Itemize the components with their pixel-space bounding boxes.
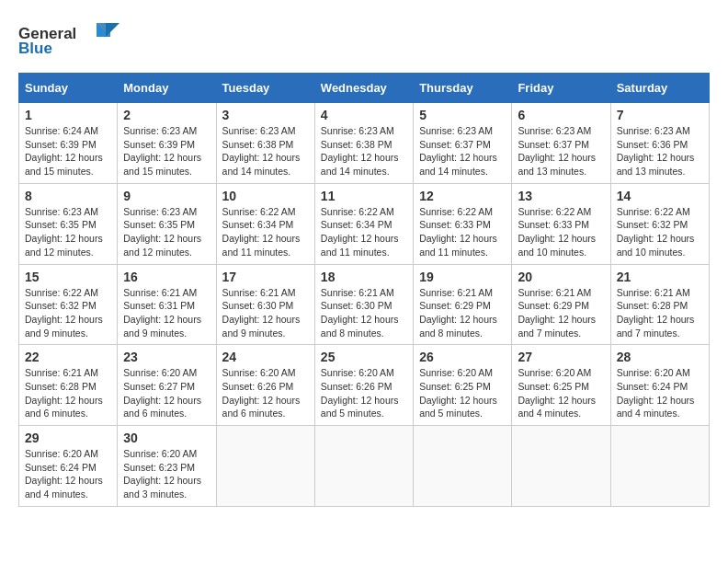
- calendar-day-cell: 11 Sunrise: 6:22 AM Sunset: 6:34 PM Dayl…: [314, 183, 413, 264]
- day-number: 22: [25, 350, 111, 364]
- day-number: 28: [617, 350, 703, 364]
- weekday-thursday: Thursday: [414, 74, 512, 103]
- calendar-day-cell: 25 Sunrise: 6:20 AM Sunset: 6:26 PM Dayl…: [314, 345, 413, 426]
- calendar-day-cell: [610, 426, 709, 507]
- day-number: 5: [419, 108, 506, 122]
- calendar-day-cell: 8 Sunrise: 6:23 AM Sunset: 6:35 PM Dayli…: [19, 183, 118, 264]
- weekday-wednesday: Wednesday: [314, 74, 413, 103]
- calendar-week-row: 15 Sunrise: 6:22 AM Sunset: 6:32 PM Dayl…: [19, 264, 710, 345]
- calendar-week-row: 8 Sunrise: 6:23 AM Sunset: 6:35 PM Dayli…: [19, 183, 710, 264]
- day-info: Sunrise: 6:23 AM Sunset: 6:35 PM Dayligh…: [25, 206, 103, 258]
- day-number: 3: [222, 108, 309, 122]
- calendar-day-cell: 7 Sunrise: 6:23 AM Sunset: 6:36 PM Dayli…: [610, 103, 709, 184]
- day-info: Sunrise: 6:22 AM Sunset: 6:33 PM Dayligh…: [518, 206, 596, 258]
- day-info: Sunrise: 6:22 AM Sunset: 6:34 PM Dayligh…: [222, 206, 301, 258]
- calendar-day-cell: 20 Sunrise: 6:21 AM Sunset: 6:29 PM Dayl…: [512, 264, 610, 345]
- day-info: Sunrise: 6:20 AM Sunset: 6:24 PM Dayligh…: [25, 448, 103, 500]
- calendar-day-cell: 1 Sunrise: 6:24 AM Sunset: 6:39 PM Dayli…: [19, 103, 118, 184]
- svg-text:Blue: Blue: [18, 40, 52, 57]
- weekday-header-row: SundayMondayTuesdayWednesdayThursdayFrid…: [19, 74, 710, 103]
- day-info: Sunrise: 6:22 AM Sunset: 6:33 PM Dayligh…: [419, 206, 497, 258]
- calendar-day-cell: 18 Sunrise: 6:21 AM Sunset: 6:30 PM Dayl…: [314, 264, 413, 345]
- weekday-friday: Friday: [512, 74, 610, 103]
- day-number: 1: [25, 108, 111, 122]
- day-info: Sunrise: 6:21 AM Sunset: 6:30 PM Dayligh…: [222, 287, 301, 339]
- day-number: 16: [123, 270, 210, 284]
- calendar-day-cell: [512, 426, 610, 507]
- day-info: Sunrise: 6:22 AM Sunset: 6:32 PM Dayligh…: [25, 287, 103, 339]
- calendar-day-cell: 6 Sunrise: 6:23 AM Sunset: 6:37 PM Dayli…: [512, 103, 610, 184]
- day-number: 12: [419, 189, 506, 203]
- day-info: Sunrise: 6:20 AM Sunset: 6:23 PM Dayligh…: [123, 448, 201, 500]
- calendar-day-cell: 3 Sunrise: 6:23 AM Sunset: 6:38 PM Dayli…: [216, 103, 314, 184]
- day-info: Sunrise: 6:23 AM Sunset: 6:36 PM Dayligh…: [617, 125, 695, 177]
- calendar-day-cell: 15 Sunrise: 6:22 AM Sunset: 6:32 PM Dayl…: [19, 264, 118, 345]
- day-number: 15: [25, 270, 111, 284]
- day-info: Sunrise: 6:23 AM Sunset: 6:35 PM Dayligh…: [123, 206, 201, 258]
- calendar-day-cell: 5 Sunrise: 6:23 AM Sunset: 6:37 PM Dayli…: [414, 103, 512, 184]
- calendar-day-cell: [216, 426, 314, 507]
- day-number: 19: [419, 270, 506, 284]
- day-info: Sunrise: 6:20 AM Sunset: 6:26 PM Dayligh…: [222, 367, 301, 419]
- weekday-sunday: Sunday: [19, 74, 118, 103]
- day-number: 7: [617, 108, 703, 122]
- day-number: 2: [123, 108, 210, 122]
- day-info: Sunrise: 6:23 AM Sunset: 6:39 PM Dayligh…: [123, 125, 201, 177]
- calendar-day-cell: 29 Sunrise: 6:20 AM Sunset: 6:24 PM Dayl…: [19, 426, 118, 507]
- calendar-day-cell: 4 Sunrise: 6:23 AM Sunset: 6:38 PM Dayli…: [314, 103, 413, 184]
- day-number: 17: [222, 270, 309, 284]
- day-info: Sunrise: 6:22 AM Sunset: 6:34 PM Dayligh…: [321, 206, 399, 258]
- day-number: 6: [518, 108, 604, 122]
- calendar-day-cell: 17 Sunrise: 6:21 AM Sunset: 6:30 PM Dayl…: [216, 264, 314, 345]
- day-info: Sunrise: 6:23 AM Sunset: 6:37 PM Dayligh…: [419, 125, 497, 177]
- calendar-day-cell: 10 Sunrise: 6:22 AM Sunset: 6:34 PM Dayl…: [216, 183, 314, 264]
- day-number: 20: [518, 270, 604, 284]
- calendar-day-cell: 26 Sunrise: 6:20 AM Sunset: 6:25 PM Dayl…: [414, 345, 512, 426]
- day-number: 21: [617, 270, 703, 284]
- day-info: Sunrise: 6:23 AM Sunset: 6:38 PM Dayligh…: [321, 125, 399, 177]
- day-number: 14: [617, 189, 703, 203]
- calendar-week-row: 1 Sunrise: 6:24 AM Sunset: 6:39 PM Dayli…: [19, 103, 710, 184]
- calendar-day-cell: [414, 426, 512, 507]
- day-number: 26: [419, 350, 506, 364]
- day-number: 24: [222, 350, 309, 364]
- day-info: Sunrise: 6:21 AM Sunset: 6:29 PM Dayligh…: [419, 287, 497, 339]
- day-info: Sunrise: 6:23 AM Sunset: 6:37 PM Dayligh…: [518, 125, 596, 177]
- calendar-day-cell: 13 Sunrise: 6:22 AM Sunset: 6:33 PM Dayl…: [512, 183, 610, 264]
- calendar-week-row: 22 Sunrise: 6:21 AM Sunset: 6:28 PM Dayl…: [19, 345, 710, 426]
- calendar-day-cell: 12 Sunrise: 6:22 AM Sunset: 6:33 PM Dayl…: [414, 183, 512, 264]
- page-header: General Blue: [18, 18, 710, 63]
- logo-general-text: General Blue: [18, 18, 119, 63]
- day-info: Sunrise: 6:22 AM Sunset: 6:32 PM Dayligh…: [617, 206, 695, 258]
- calendar-day-cell: 21 Sunrise: 6:21 AM Sunset: 6:28 PM Dayl…: [610, 264, 709, 345]
- calendar-day-cell: 22 Sunrise: 6:21 AM Sunset: 6:28 PM Dayl…: [19, 345, 118, 426]
- day-info: Sunrise: 6:20 AM Sunset: 6:24 PM Dayligh…: [617, 367, 695, 419]
- weekday-tuesday: Tuesday: [216, 74, 314, 103]
- day-info: Sunrise: 6:24 AM Sunset: 6:39 PM Dayligh…: [25, 125, 103, 177]
- day-number: 9: [123, 189, 210, 203]
- day-info: Sunrise: 6:21 AM Sunset: 6:30 PM Dayligh…: [321, 287, 399, 339]
- day-number: 11: [321, 189, 407, 203]
- day-info: Sunrise: 6:20 AM Sunset: 6:27 PM Dayligh…: [123, 367, 201, 419]
- day-info: Sunrise: 6:21 AM Sunset: 6:28 PM Dayligh…: [617, 287, 695, 339]
- day-info: Sunrise: 6:20 AM Sunset: 6:25 PM Dayligh…: [518, 367, 596, 419]
- weekday-saturday: Saturday: [610, 74, 709, 103]
- calendar-day-cell: 14 Sunrise: 6:22 AM Sunset: 6:32 PM Dayl…: [610, 183, 709, 264]
- day-number: 27: [518, 350, 604, 364]
- day-number: 25: [321, 350, 407, 364]
- day-info: Sunrise: 6:21 AM Sunset: 6:28 PM Dayligh…: [25, 367, 103, 419]
- calendar-day-cell: [314, 426, 413, 507]
- calendar-table: SundayMondayTuesdayWednesdayThursdayFrid…: [18, 73, 710, 507]
- day-number: 10: [222, 189, 309, 203]
- day-info: Sunrise: 6:20 AM Sunset: 6:25 PM Dayligh…: [419, 367, 497, 419]
- day-number: 8: [25, 189, 111, 203]
- day-info: Sunrise: 6:21 AM Sunset: 6:29 PM Dayligh…: [518, 287, 596, 339]
- calendar-day-cell: 28 Sunrise: 6:20 AM Sunset: 6:24 PM Dayl…: [610, 345, 709, 426]
- day-number: 30: [123, 431, 210, 445]
- calendar-day-cell: 2 Sunrise: 6:23 AM Sunset: 6:39 PM Dayli…: [118, 103, 216, 184]
- calendar-day-cell: 24 Sunrise: 6:20 AM Sunset: 6:26 PM Dayl…: [216, 345, 314, 426]
- day-number: 13: [518, 189, 604, 203]
- calendar-day-cell: 9 Sunrise: 6:23 AM Sunset: 6:35 PM Dayli…: [118, 183, 216, 264]
- calendar-day-cell: 23 Sunrise: 6:20 AM Sunset: 6:27 PM Dayl…: [118, 345, 216, 426]
- logo: General Blue: [18, 18, 119, 63]
